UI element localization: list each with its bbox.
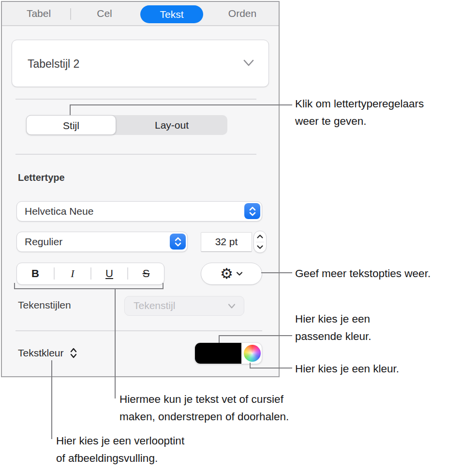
format-inspector-panel: Tabel Cel Tekst Orden Tabelstijl 2 Stijl…: [1, 1, 280, 377]
tab-cel[interactable]: Cel: [79, 2, 130, 25]
callout-line-swatch: [219, 335, 220, 343]
underline-button[interactable]: U: [91, 263, 128, 284]
italic-button[interactable]: I: [54, 263, 91, 284]
tab-divider: [70, 8, 71, 20]
character-style-popup[interactable]: Tekenstijl: [124, 296, 244, 316]
character-styles-label: Tekenstijlen: [18, 299, 71, 311]
text-color-label: Tekstkleur: [18, 347, 64, 359]
text-color-label-group[interactable]: Tekstkleur: [18, 347, 77, 359]
chevron-down-icon: [227, 303, 236, 309]
font-weight-popup[interactable]: Regulier: [16, 232, 188, 252]
divider: [15, 99, 256, 100]
divider: [15, 330, 262, 331]
font-section-label: Lettertype: [18, 172, 65, 183]
font-family-value: Helvetica Neue: [25, 202, 93, 221]
callout-line-gear: [261, 272, 292, 273]
up-down-chevron-icon: [70, 347, 77, 359]
callout-line-swatch: [219, 335, 292, 336]
table-style-dropdown[interactable]: Tabelstijl 2: [12, 40, 269, 87]
tab-tabel[interactable]: Tabel: [15, 2, 62, 25]
font-size-field[interactable]: 32 pt: [201, 232, 252, 252]
stepper-down-icon[interactable]: [254, 242, 266, 252]
annotation-style-buttons: Hiermee kun je tekst vet of cursief make…: [119, 391, 289, 426]
font-size-stepper[interactable]: [253, 231, 267, 253]
tab-tekst-selected[interactable]: Tekst: [140, 5, 203, 23]
annotation-matching-color: Hier kies je een passende kleur.: [295, 310, 372, 345]
popup-up-down-icon: [170, 234, 186, 250]
font-weight-value: Regulier: [25, 232, 62, 251]
callout-line-tekstkleur: [51, 360, 52, 439]
table-style-value: Tabelstijl 2: [28, 40, 79, 88]
text-style-button-group: B I U S: [16, 263, 164, 285]
tab-orden[interactable]: Orden: [217, 2, 268, 25]
color-swatch-black[interactable]: [195, 343, 241, 364]
divider: [15, 154, 256, 155]
callout-line-bius: [115, 288, 116, 398]
segment-lay-out[interactable]: Lay-out: [116, 115, 227, 135]
color-wheel-icon[interactable]: [244, 345, 261, 362]
screenshot-stage: Tabel Cel Tekst Orden Tabelstijl 2 Stijl…: [0, 0, 476, 472]
chevron-down-icon: [242, 59, 255, 67]
annotation-font-controls: Klik om lettertyperegelaars weer te geve…: [295, 95, 424, 130]
callout-line-wheel: [250, 368, 292, 369]
strikethrough-button[interactable]: S: [128, 263, 164, 284]
annotation-more-text-options: Geef meer tekstopties weer.: [295, 265, 431, 282]
annotation-gradient-fill: Hier kies je een verlooptint of afbeeldi…: [56, 432, 184, 467]
bold-button[interactable]: B: [17, 263, 54, 284]
callout-line-stijl: [70, 104, 71, 115]
callout-bracket-bius: [14, 288, 164, 289]
popup-up-down-icon: [244, 203, 260, 219]
annotation-any-color: Hier kies je een kleur.: [295, 360, 399, 378]
text-color-control: [194, 342, 262, 364]
more-text-options-button[interactable]: ⚙: [201, 263, 262, 285]
gear-icon: ⚙: [220, 266, 233, 281]
inspector-tab-bar: Tabel Cel Tekst Orden: [2, 2, 279, 26]
segment-stijl[interactable]: Stijl: [26, 115, 116, 135]
callout-line-stijl: [70, 104, 292, 105]
font-family-popup[interactable]: Helvetica Neue: [16, 201, 262, 221]
stepper-up-icon[interactable]: [254, 231, 266, 242]
style-layout-segmented-control: Stijl Lay-out: [26, 115, 227, 135]
character-style-placeholder: Tekenstijl: [134, 296, 175, 315]
chevron-down-icon: [236, 271, 243, 276]
